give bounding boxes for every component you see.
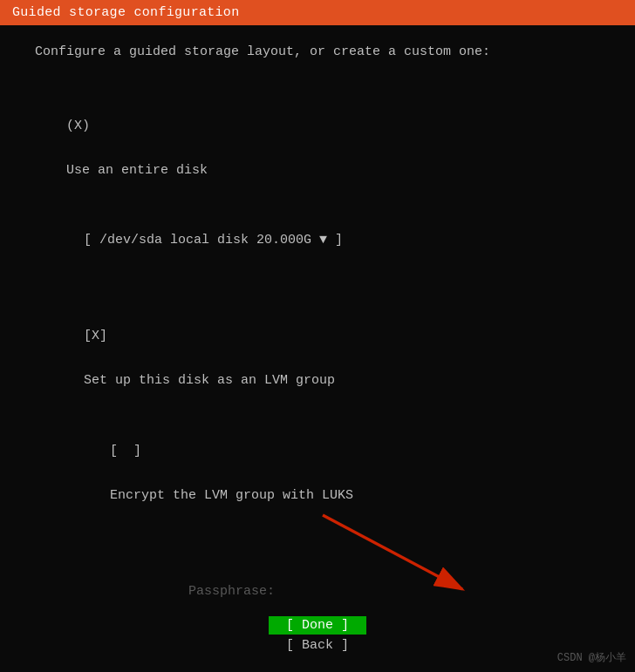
done-button[interactable]: [ Done ] bbox=[269, 616, 366, 635]
option1-row[interactable]: (X) Use an entire disk bbox=[35, 92, 600, 204]
watermark: CSDN @杨小羊 bbox=[557, 650, 626, 665]
encrypt-text: Encrypt the LVM group with LUKS bbox=[110, 488, 353, 503]
empty-line2 bbox=[35, 277, 600, 300]
empty-line bbox=[35, 67, 600, 90]
option1-label bbox=[66, 140, 82, 155]
arrow-graphic bbox=[297, 506, 488, 611]
buttons-row: [ Done ] [ Back ] bbox=[0, 616, 635, 655]
lvm-text: Set up this disk as an LVM group bbox=[84, 373, 335, 388]
encrypt-label bbox=[110, 465, 126, 480]
disk-selector-value: [ /dev/sda local disk 20.000G ▼ ] bbox=[84, 233, 343, 248]
disk-selector-row[interactable]: [ /dev/sda local disk 20.000G ▼ ] bbox=[35, 207, 600, 275]
intro-text: Configure a guided storage layout, or cr… bbox=[35, 41, 600, 64]
lvm-checkbox: [X] bbox=[84, 329, 107, 343]
bottom-area: [ Done ] [ Back ] bbox=[0, 616, 635, 672]
back-button[interactable]: [ Back ] bbox=[269, 636, 366, 655]
encrypt-checkbox: [ ] bbox=[110, 444, 141, 458]
lvm-label bbox=[84, 351, 99, 366]
title-text: Guided storage configuration bbox=[12, 5, 239, 20]
svg-line-1 bbox=[323, 515, 462, 589]
lvm-row[interactable]: [X] Set up this disk as an LVM group bbox=[35, 303, 600, 415]
passphrase-label: Passphrase: bbox=[188, 584, 275, 599]
title-bar: Guided storage configuration bbox=[0, 0, 635, 25]
option1-text: Use an entire disk bbox=[66, 163, 208, 178]
option1-radio: (X) bbox=[66, 119, 90, 133]
